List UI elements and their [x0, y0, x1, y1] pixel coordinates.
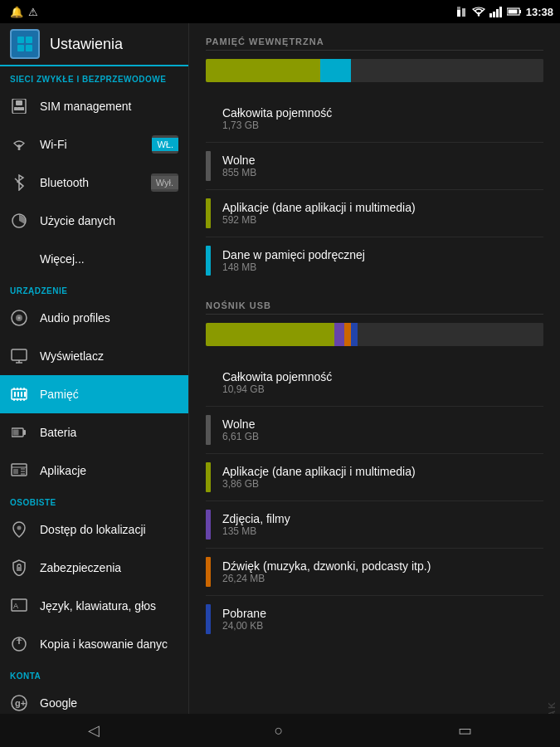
- wifi-toggle[interactable]: WŁ.: [152, 135, 178, 154]
- sidebar-item-google-label: Google: [40, 696, 178, 710]
- sidebar-item-google[interactable]: g+ Google: [0, 684, 188, 714]
- sidebar-item-sim[interactable]: SIM management: [0, 87, 188, 125]
- internal-memory-bar: [206, 59, 543, 82]
- memory-icon: [10, 385, 28, 403]
- internal-free-name: Wolne: [222, 154, 256, 167]
- bluetooth-toggle[interactable]: Wył.: [151, 173, 178, 192]
- internal-cache[interactable]: Dane w pamięci podręcznej 148 MB: [206, 237, 543, 284]
- usb-apps[interactable]: Aplikacje (dane aplikacji i multimedia) …: [206, 454, 543, 501]
- internal-apps-size: 592 MB: [222, 214, 416, 226]
- sidebar-item-location-label: Dostęp do lokalizacji: [40, 523, 178, 536]
- internal-total-size: 1,73 GB: [222, 120, 332, 131]
- usb-audio-size: 26,24 MB: [222, 573, 431, 584]
- usb-bar-audio: [344, 323, 351, 346]
- color-free: [206, 151, 211, 181]
- sidebar-item-memory-label: Pamięć: [40, 388, 178, 401]
- sidebar-item-audio[interactable]: Audio profiles: [0, 299, 188, 337]
- svg-rect-14: [26, 45, 32, 51]
- color-apps: [206, 198, 211, 228]
- usb-photos-name: Zdjęcia, filmy: [222, 512, 290, 525]
- svg-rect-6: [496, 9, 499, 17]
- sidebar-item-data[interactable]: Użycie danych: [0, 202, 188, 240]
- home-button[interactable]: ○: [258, 717, 300, 745]
- sidebar-item-audio-label: Audio profiles: [40, 311, 178, 325]
- sidebar-item-battery[interactable]: Bateria: [0, 413, 188, 452]
- svg-rect-43: [13, 430, 19, 436]
- display-icon: [10, 347, 28, 365]
- internal-apps[interactable]: Aplikacje (dane aplikacji i multimedia) …: [206, 190, 543, 237]
- color-usb-audio: [206, 557, 211, 587]
- usb-bar: [206, 323, 543, 346]
- usb-bar-free: [358, 323, 543, 346]
- sidebar-item-backup[interactable]: Kopia i kasowanie danyc: [0, 625, 188, 663]
- wifi-status-icon: [472, 7, 485, 17]
- usb-total-name: Całkowita pojemność: [222, 370, 332, 383]
- color-usb-total: [206, 368, 211, 398]
- sidebar-item-bluetooth[interactable]: Bluetooth Wył.: [0, 164, 188, 202]
- usb-total[interactable]: Całkowita pojemność 10,94 GB: [206, 359, 543, 407]
- sidebar-item-backup-label: Kopia i kasowanie danyc: [40, 637, 178, 651]
- svg-rect-12: [26, 37, 32, 43]
- svg-rect-10: [508, 10, 517, 14]
- svg-rect-51: [17, 567, 22, 571]
- alert-icon: 🔔: [10, 6, 23, 18]
- recents-button[interactable]: ▭: [441, 716, 489, 745]
- svg-rect-9: [519, 10, 521, 13]
- sidebar-item-display[interactable]: Wyświetlacz: [0, 337, 188, 375]
- sidebar-item-security[interactable]: Zabezpieczenia: [0, 549, 188, 587]
- usb-audio-name: Dźwięk (muzyka, dzwonki, podcasty itp.): [222, 559, 431, 573]
- bluetooth-toggle-label[interactable]: Wył.: [151, 176, 178, 189]
- svg-rect-17: [14, 107, 17, 110]
- usb-bar-apps: [206, 323, 334, 346]
- usb-apps-name: Aplikacje (dane aplikacji i multimedia): [222, 465, 416, 478]
- wifi-icon: [10, 135, 28, 154]
- sidebar-item-apps-label: Aplikacje: [40, 464, 178, 477]
- usb-photos[interactable]: Zdjęcia, filmy 135 MB: [206, 501, 543, 549]
- bar-cache-segment: [320, 59, 351, 82]
- color-usb-apps: [206, 462, 211, 492]
- color-usb-photos: [206, 510, 211, 540]
- svg-rect-19: [17, 107, 21, 110]
- internal-memory-section: PAMIĘĆ WEWNĘTRZNA Całkowita pojemność 1,…: [206, 37, 543, 284]
- usb-free-name: Wolne: [222, 417, 259, 431]
- sidebar-item-apps[interactable]: Aplikacje: [0, 452, 188, 490]
- settings-icon: [10, 29, 40, 59]
- color-total: [206, 104, 211, 134]
- back-button[interactable]: ◁: [71, 716, 116, 745]
- usb-section: NOŚNIK USB Całkowita pojemność 10,94 GB: [206, 300, 543, 642]
- usb-downloads-name: Pobrane: [222, 607, 266, 620]
- svg-rect-46: [13, 469, 18, 474]
- svg-rect-11: [17, 37, 24, 43]
- internal-free[interactable]: Wolne 855 MB: [206, 143, 543, 190]
- usb-photos-size: 135 MB: [222, 525, 290, 537]
- sidebar: Ustawienia SIECI ZWYKŁE I BEZPRZEWODOWE …: [0, 23, 189, 714]
- internal-total[interactable]: Całkowita pojemność 1,73 GB: [206, 95, 543, 143]
- status-right-icons: 13:38: [456, 6, 553, 18]
- svg-rect-16: [16, 100, 22, 105]
- sidebar-item-location[interactable]: Dostęp do lokalizacji: [0, 510, 188, 549]
- wifi-toggle-label[interactable]: WŁ.: [152, 138, 178, 151]
- title-bar: Ustawienia: [0, 23, 188, 66]
- sidebar-item-wifi[interactable]: Wi-Fi WŁ.: [0, 125, 188, 164]
- svg-rect-31: [21, 392, 22, 397]
- sidebar-item-more-label: Więcej...: [40, 252, 178, 266]
- usb-free[interactable]: Wolne 6,61 GB: [206, 407, 543, 454]
- app-title: Ustawienia: [50, 36, 123, 53]
- svg-rect-7: [499, 7, 502, 17]
- svg-rect-4: [489, 13, 492, 17]
- backup-icon: [10, 635, 28, 653]
- sidebar-item-memory[interactable]: Pamięć: [0, 375, 188, 413]
- internal-free-size: 855 MB: [222, 167, 256, 178]
- usb-audio[interactable]: Dźwięk (muzyka, dzwonki, podcasty itp.) …: [206, 549, 543, 596]
- bar-free-segment: [351, 59, 543, 82]
- sidebar-item-more[interactable]: Więcej...: [0, 240, 188, 278]
- status-bar: 🔔 ⚠: [0, 0, 560, 23]
- sim-status-icon: [456, 6, 468, 17]
- usb-apps-size: 3,86 GB: [222, 478, 416, 490]
- svg-rect-42: [23, 430, 26, 435]
- usb-downloads[interactable]: Pobrane 24,00 KB: [206, 596, 543, 642]
- usb-total-size: 10,94 GB: [222, 383, 332, 395]
- status-left-icons: 🔔 ⚠: [7, 6, 451, 18]
- sidebar-item-language-label: Język, klawiatura, głos: [40, 599, 178, 613]
- sidebar-item-language[interactable]: A Język, klawiatura, głos: [0, 587, 188, 625]
